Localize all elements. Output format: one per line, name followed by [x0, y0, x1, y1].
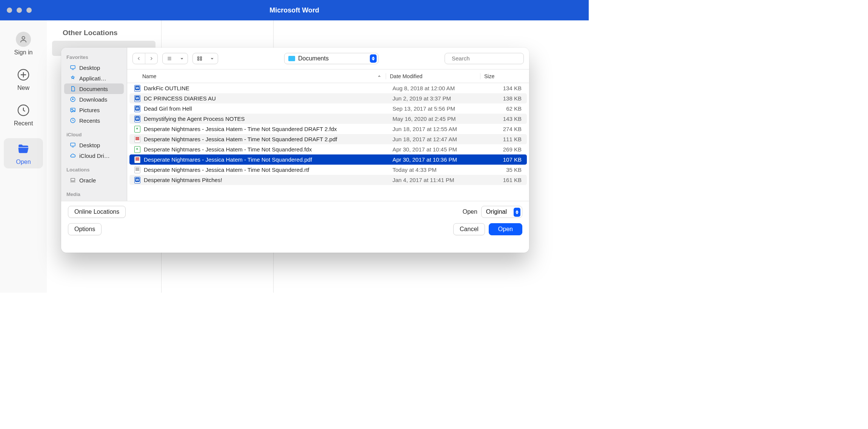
options-button[interactable]: Options — [68, 223, 102, 235]
sort-indicator-icon — [377, 73, 381, 79]
sidebar-item-applications[interactable]: Applicati… — [64, 73, 124, 83]
svg-rect-8 — [71, 143, 75, 146]
fdx-file-icon — [133, 125, 142, 133]
folder-open-icon — [16, 141, 31, 156]
folder-name: Documents — [298, 55, 329, 62]
window-close-button[interactable] — [7, 8, 12, 13]
window-minimize-button[interactable] — [17, 8, 22, 13]
sign-in-label: Sign in — [14, 49, 33, 56]
dialog-main: Documents Name — [127, 48, 529, 201]
cancel-button[interactable]: Cancel — [453, 223, 485, 235]
open-dialog: Favorites Desktop Applicati… Documents D… — [61, 48, 529, 253]
file-date: Jan 4, 2017 at 11:41 PM — [389, 177, 482, 183]
svg-rect-14 — [198, 59, 199, 60]
file-row[interactable]: Desperate Nightmares - Jessica Hatem - T… — [129, 154, 527, 165]
column-date[interactable]: Date Modified — [386, 73, 480, 79]
file-row[interactable]: Desperate Nightmares - Jessica Hatem - T… — [129, 144, 527, 154]
file-row[interactable]: DarkFic OUTLINEAug 8, 2018 at 12:00 AM13… — [129, 83, 527, 93]
other-locations-heading: Other Locations — [47, 20, 589, 37]
sidebar-item-desktop[interactable]: Desktop — [64, 62, 124, 73]
file-size: 134 KB — [482, 85, 527, 91]
column-headers: Name Date Modified Size — [127, 69, 529, 83]
file-name: DC PRINCESS DIARIES AU — [144, 95, 389, 102]
sidebar-item-label: Downloads — [79, 96, 107, 103]
sidebar-item-label: Documents — [79, 86, 108, 92]
file-size: 35 KB — [482, 167, 527, 173]
file-date: Aug 8, 2018 at 12:00 AM — [389, 85, 482, 91]
view-list-button[interactable] — [162, 53, 188, 64]
svg-rect-13 — [200, 57, 202, 58]
dropdown-stepper-icon — [370, 54, 377, 63]
window-maximize-button[interactable] — [26, 8, 32, 13]
apps-icon — [69, 75, 76, 82]
dialog-bottom: Online Locations Open Original Options C… — [61, 201, 529, 240]
clock-icon — [16, 103, 31, 118]
sidebar-item-downloads[interactable]: Downloads — [64, 94, 124, 105]
plus-circle-icon — [16, 67, 31, 82]
open-mode-select[interactable]: Original — [481, 206, 522, 218]
svg-point-6 — [72, 109, 73, 110]
window-title: Microsoft Word — [269, 6, 319, 14]
forward-button[interactable] — [145, 53, 157, 64]
sidebar-item-label: Desktop — [79, 65, 100, 71]
sidebar-item-recents[interactable]: Recents — [64, 115, 124, 126]
file-date: Jun 18, 2017 at 12:55 AM — [389, 126, 482, 132]
open-button[interactable]: Open — [489, 223, 522, 235]
back-button[interactable] — [133, 53, 145, 64]
titlebar: Microsoft Word — [0, 0, 589, 20]
file-size: 161 KB — [482, 177, 527, 183]
column-name[interactable]: Name — [127, 73, 386, 79]
file-row[interactable]: Desperate Nightmares - Jessica Hatem - T… — [129, 134, 527, 144]
laptop-icon — [69, 177, 76, 184]
file-name: DarkFic OUTLINE — [144, 85, 389, 91]
folder-icon — [288, 56, 295, 61]
file-name: Demystifying the Agent Process NOTES — [144, 116, 389, 122]
word-file-icon — [133, 176, 142, 184]
file-date: Today at 4:33 PM — [389, 167, 482, 173]
svg-rect-15 — [200, 59, 202, 60]
file-name: Dead Girl from Hell — [144, 105, 389, 112]
file-name: Desperate Nightmares - Jessica Hatem - T… — [144, 136, 389, 142]
file-list: DarkFic OUTLINEAug 8, 2018 at 12:00 AM13… — [127, 83, 529, 201]
search-input[interactable] — [452, 55, 523, 62]
group-button[interactable] — [192, 53, 218, 64]
pdf-file-icon — [133, 156, 142, 164]
file-row[interactable]: Desperate Nightmares - Jessica Hatem - T… — [129, 165, 527, 175]
open-mode-value: Original — [486, 208, 507, 215]
file-date: Jun 18, 2017 at 12:47 AM — [389, 136, 482, 142]
new-label: New — [17, 85, 29, 91]
dialog-toolbar: Documents — [127, 48, 529, 69]
nav-back-forward — [132, 53, 158, 64]
recent-button[interactable]: Recent — [0, 103, 47, 127]
finder-sidebar: Favorites Desktop Applicati… Documents D… — [61, 48, 127, 201]
file-row[interactable]: Desperate Nightmares Pitches!Jan 4, 2017… — [129, 175, 527, 185]
fdx-file-icon — [133, 145, 142, 154]
column-size[interactable]: Size — [480, 73, 529, 79]
sidebar-item-label: Oracle — [79, 177, 96, 184]
new-button[interactable]: New — [0, 67, 47, 91]
sidebar-item-pictures[interactable]: Pictures — [64, 105, 124, 115]
file-row[interactable]: Desperate Nightmares - Jessica Hatem - T… — [129, 124, 527, 134]
search-field[interactable] — [445, 53, 524, 64]
sidebar-head-favorites: Favorites — [61, 52, 127, 62]
sign-in-button[interactable]: Sign in — [0, 32, 47, 56]
sidebar-item-icloud-drive[interactable]: iCloud Dri… — [64, 150, 124, 161]
folder-dropdown[interactable]: Documents — [284, 53, 379, 64]
sidebar-item-label: iCloud Dri… — [79, 153, 110, 159]
open-label-nav: Open — [16, 159, 31, 165]
file-row[interactable]: DC PRINCESS DIARIES AUJun 2, 2019 at 3:3… — [129, 93, 527, 103]
file-row[interactable]: Demystifying the Agent Process NOTESMay … — [129, 114, 527, 124]
file-date: Sep 13, 2017 at 5:56 PM — [389, 105, 482, 112]
sidebar-item-documents[interactable]: Documents — [64, 83, 124, 94]
sidebar-item-icloud-desktop[interactable]: Desktop — [64, 140, 124, 150]
sidebar-item-oracle[interactable]: Oracle — [64, 175, 124, 185]
online-locations-button[interactable]: Online Locations — [68, 206, 126, 218]
file-name: Desperate Nightmares Pitches! — [144, 177, 389, 183]
open-button-nav[interactable]: Open — [4, 138, 43, 168]
file-size: 269 KB — [482, 146, 527, 153]
file-date: Apr 30, 2017 at 10:36 PM — [389, 156, 482, 163]
file-row[interactable]: Dead Girl from HellSep 13, 2017 at 5:56 … — [129, 103, 527, 114]
sidebar-head-icloud: iCloud — [61, 130, 127, 140]
user-icon — [16, 32, 31, 47]
file-name: Desperate Nightmares - Jessica Hatem - T… — [144, 126, 389, 132]
